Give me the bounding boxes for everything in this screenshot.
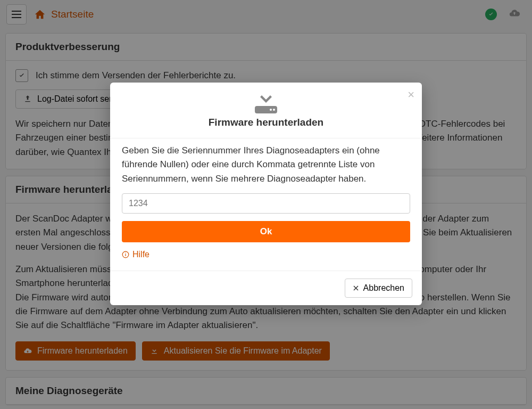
cancel-label: Abbrechen	[363, 283, 404, 293]
close-icon[interactable]: ×	[408, 88, 414, 102]
svg-rect-1	[125, 254, 126, 256]
close-x-icon	[353, 285, 359, 291]
firmware-download-modal: × Firmware herunterladen Geben Sie die S…	[110, 83, 422, 305]
cancel-button[interactable]: Abbrechen	[345, 279, 412, 298]
ok-button[interactable]: Ok	[122, 221, 410, 242]
help-link[interactable]: Hilfe	[122, 250, 149, 259]
modal-title: Firmware herunterladen	[121, 117, 411, 128]
modal-overlay[interactable]: × Firmware herunterladen Geben Sie die S…	[0, 0, 532, 409]
svg-rect-2	[125, 253, 126, 253]
download-illustration-icon	[251, 90, 281, 113]
info-icon	[122, 251, 129, 258]
serial-number-input[interactable]	[122, 193, 410, 214]
help-label: Hilfe	[132, 250, 149, 259]
modal-instruction: Geben Sie die Seriennummer Ihres Diagnos…	[122, 144, 410, 186]
